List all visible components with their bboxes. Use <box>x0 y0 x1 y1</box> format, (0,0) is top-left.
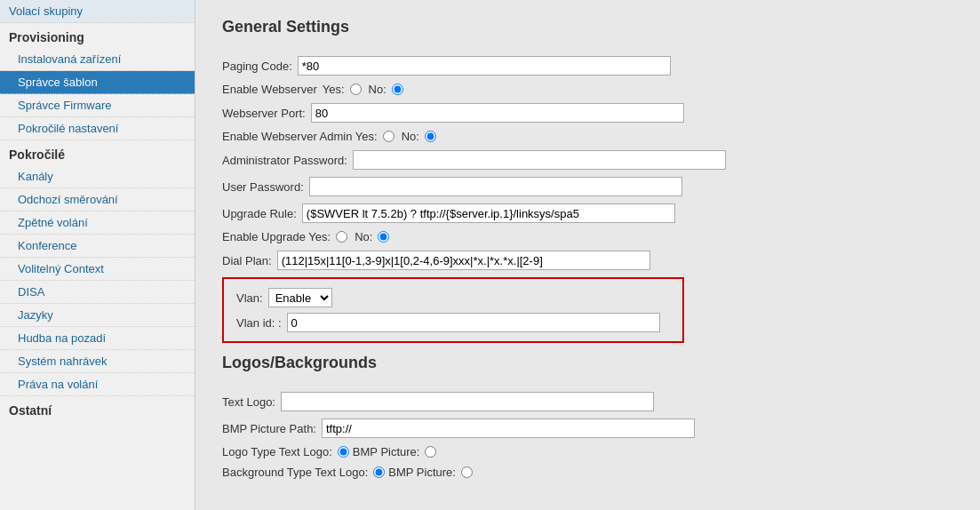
logo-type-row: Logo Type Text Logo: BMP Picture: <box>222 445 953 458</box>
vlan-select[interactable]: Enable Disable <box>268 288 332 307</box>
general-settings-title: General Settings <box>222 18 953 42</box>
logos-backgrounds-title: Logos/Backgrounds <box>222 354 953 378</box>
enable-ws-admin-yes-radio[interactable] <box>383 131 394 142</box>
vlan-label: Vlan: <box>236 291 263 305</box>
enable-webserver-admin-row: Enable Webserver Admin Yes: No: <box>222 130 953 143</box>
enable-upgrade-no-radio[interactable] <box>378 231 389 243</box>
vlan-id-row: Vlan id: : <box>236 313 670 332</box>
sidebar-item-recording-system[interactable]: Systém nahrávek <box>0 350 195 373</box>
sidebar-item-installed-devices[interactable]: Instalovaná zařízení <box>0 48 195 71</box>
sidebar-item-callback[interactable]: Zpětné volání <box>0 211 195 235</box>
logo-type-label: Logo Type Text Logo: <box>222 445 332 458</box>
upgrade-rule-input[interactable] <box>302 203 675 223</box>
enable-webserver-yes-radio[interactable] <box>350 84 362 95</box>
bg-type-text-radio[interactable] <box>373 466 385 478</box>
background-type-row: Background Type Text Logo: BMP Picture: <box>222 466 953 479</box>
sidebar-item-languages[interactable]: Jazyky <box>0 304 195 327</box>
enable-webserver-label: Enable Webserver <box>222 83 317 96</box>
sidebar-item-channels[interactable]: Kanály <box>0 165 195 188</box>
user-password-input[interactable] <box>309 177 682 196</box>
sidebar-item-calling-rights[interactable]: Práva na volání <box>0 373 195 396</box>
vlan-id-label: Vlan id: : <box>236 316 282 330</box>
webserver-port-input[interactable] <box>311 103 684 123</box>
sidebar-section-ostatni: Ostatní <box>0 396 195 421</box>
enable-upgrade-label: Enable Upgrade Yes: <box>222 230 331 243</box>
paging-code-input[interactable] <box>298 56 671 76</box>
sidebar-item-outbound-routing[interactable]: Odchozí směrování <box>0 188 195 211</box>
enable-webserver-admin-label: Enable Webserver Admin Yes: <box>222 130 378 143</box>
webserver-port-row: Webserver Port: <box>222 103 953 123</box>
vlan-row: Vlan: Enable Disable <box>236 288 670 307</box>
text-logo-label: Text Logo: <box>222 395 275 409</box>
dial-plan-row: Dial Plan: <box>222 251 953 270</box>
background-type-label: Background Type Text Logo: <box>222 466 368 479</box>
bmp-picture-path-input[interactable] <box>322 418 695 438</box>
enable-webserver-row: Enable Webserver Yes: No: <box>222 83 953 96</box>
bmp-picture-path-row: BMP Picture Path: <box>222 418 953 438</box>
paging-code-label: Paging Code: <box>222 60 292 73</box>
upgrade-rule-label: Upgrade Rule: <box>222 207 297 220</box>
sidebar-section-pokrocile: Pokročilé <box>0 140 195 165</box>
no-label2: No: <box>402 130 419 143</box>
logo-type-bmp-radio[interactable] <box>425 446 436 458</box>
no-label3: No: <box>355 230 372 243</box>
no-label: No: <box>369 83 386 96</box>
sidebar: Volací skupiny Provisioning Instalovaná … <box>0 0 195 510</box>
webserver-port-label: Webserver Port: <box>222 107 306 120</box>
sidebar-item-optional-context[interactable]: Volitelný Context <box>0 258 195 281</box>
sidebar-item-volaci-skupiny[interactable]: Volací skupiny <box>0 0 195 23</box>
enable-upgrade-row: Enable Upgrade Yes: No: <box>222 230 953 243</box>
admin-password-row: Administrator Password: <box>222 150 953 170</box>
admin-password-input[interactable] <box>353 150 726 170</box>
main-content: General Settings Paging Code: Enable Web… <box>195 0 980 510</box>
enable-upgrade-yes-radio[interactable] <box>336 231 347 243</box>
dial-plan-label: Dial Plan: <box>222 254 272 267</box>
bg-type-bmp-label: BMP Picture: <box>388 466 456 479</box>
sidebar-item-template-manager[interactable]: Správce šablon <box>0 71 195 94</box>
user-password-label: User Password: <box>222 180 304 194</box>
logo-type-text-radio[interactable] <box>338 446 349 458</box>
sidebar-item-background-music[interactable]: Hudba na pozadí <box>0 327 195 350</box>
text-logo-row: Text Logo: <box>222 392 953 411</box>
enable-webserver-no-radio[interactable] <box>392 84 403 95</box>
sidebar-section-provisioning: Provisioning <box>0 23 195 48</box>
paging-code-row: Paging Code: <box>222 56 953 76</box>
text-logo-input[interactable] <box>281 392 654 411</box>
dial-plan-input[interactable] <box>277 251 650 270</box>
vlan-id-input[interactable] <box>287 313 660 332</box>
sidebar-item-firmware-manager[interactable]: Správce Firmware <box>0 94 195 117</box>
admin-password-label: Administrator Password: <box>222 154 347 167</box>
bg-type-bmp-radio[interactable] <box>461 466 473 478</box>
bmp-picture-path-label: BMP Picture Path: <box>222 422 316 435</box>
sidebar-item-conference[interactable]: Konference <box>0 235 195 258</box>
enable-ws-admin-no-radio[interactable] <box>425 131 436 142</box>
vlan-box: Vlan: Enable Disable Vlan id: : <box>222 277 684 343</box>
sidebar-item-advanced-settings-provisioning[interactable]: Pokročilé nastavení <box>0 117 195 140</box>
user-password-row: User Password: <box>222 177 953 196</box>
logo-type-bmp-label: BMP Picture: <box>353 445 420 458</box>
sidebar-item-disa[interactable]: DISA <box>0 281 195 304</box>
upgrade-rule-row: Upgrade Rule: <box>222 203 953 223</box>
yes-label: Yes: <box>323 83 345 96</box>
